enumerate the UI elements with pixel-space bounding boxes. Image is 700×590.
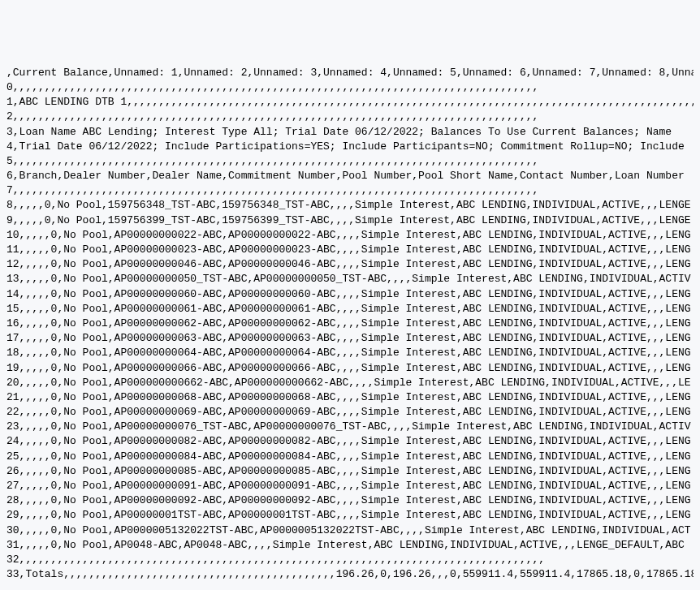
csv-line: 7,,,,,,,,,,,,,,,,,,,,,,,,,,,,,,,,,,,,,,,… <box>6 183 694 198</box>
csv-line: 8,,,,,0,No Pool,159756348_TST-ABC,159756… <box>6 198 694 213</box>
csv-line: ,Current Balance,Unnamed: 1,Unnamed: 2,U… <box>6 66 694 80</box>
csv-line: 17,,,,,0,No Pool,AP00000000063-ABC,AP000… <box>6 331 694 346</box>
csv-line: 29,,,,,0,No Pool,AP00000001TST-ABC,AP000… <box>6 508 694 523</box>
csv-line: 26,,,,,0,No Pool,AP00000000085-ABC,AP000… <box>6 464 694 479</box>
csv-line: 24,,,,,0,No Pool,AP00000000082-ABC,AP000… <box>6 434 694 449</box>
csv-line: 20,,,,,0,No Pool,AP000000000662-ABC,AP00… <box>6 376 694 390</box>
csv-line: 5,,,,,,,,,,,,,,,,,,,,,,,,,,,,,,,,,,,,,,,… <box>6 154 694 169</box>
csv-text-content: ,Current Balance,Unnamed: 1,Unnamed: 2,U… <box>6 66 694 583</box>
csv-line: 19,,,,,0,No Pool,AP00000000066-ABC,AP000… <box>6 361 694 376</box>
csv-line: 2,,,,,,,,,,,,,,,,,,,,,,,,,,,,,,,,,,,,,,,… <box>6 110 694 124</box>
csv-line: 31,,,,,0,No Pool,AP0048-ABC,AP0048-ABC,,… <box>6 538 694 553</box>
csv-line: 33,Totals,,,,,,,,,,,,,,,,,,,,,,,,,,,,,,,… <box>6 567 694 582</box>
csv-line: 10,,,,,0,No Pool,AP00000000022-ABC,AP000… <box>6 228 694 243</box>
csv-line: 4,Trial Date 06/12/2022; Include Partici… <box>6 140 694 154</box>
csv-line: 18,,,,,0,No Pool,AP00000000064-ABC,AP000… <box>6 346 694 360</box>
csv-line: 15,,,,,0,No Pool,AP00000000061-ABC,AP000… <box>6 302 694 317</box>
csv-line: 22,,,,,0,No Pool,AP00000000069-ABC,AP000… <box>6 405 694 420</box>
csv-line: 6,Branch,Dealer Number,Dealer Name,Commi… <box>6 169 694 183</box>
csv-line: 1,ABC LENDING DTB 1,,,,,,,,,,,,,,,,,,,,,… <box>6 95 694 110</box>
csv-line: 28,,,,,0,No Pool,AP00000000092-ABC,AP000… <box>6 493 694 508</box>
csv-line: 11,,,,,0,No Pool,AP00000000023-ABC,AP000… <box>6 243 694 257</box>
csv-line: 23,,,,,0,No Pool,AP00000000076_TST-ABC,A… <box>6 420 694 434</box>
csv-line: 16,,,,,0,No Pool,AP00000000062-ABC,AP000… <box>6 317 694 331</box>
csv-line: 3,Loan Name ABC Lending; Interest Type A… <box>6 125 694 140</box>
csv-line: 25,,,,,0,No Pool,AP00000000084-ABC,AP000… <box>6 450 694 464</box>
csv-line: 27,,,,,0,No Pool,AP00000000091-ABC,AP000… <box>6 479 694 493</box>
csv-line: 32,,,,,,,,,,,,,,,,,,,,,,,,,,,,,,,,,,,,,,… <box>6 553 694 567</box>
csv-line: 13,,,,,0,No Pool,AP00000000050_TST-ABC,A… <box>6 272 694 286</box>
csv-line: 21,,,,,0,No Pool,AP00000000068-ABC,AP000… <box>6 390 694 405</box>
csv-line: 0,,,,,,,,,,,,,,,,,,,,,,,,,,,,,,,,,,,,,,,… <box>6 80 694 95</box>
csv-line: 14,,,,,0,No Pool,AP00000000060-ABC,AP000… <box>6 287 694 302</box>
csv-line: 12,,,,,0,No Pool,AP00000000046-ABC,AP000… <box>6 257 694 272</box>
csv-line: 30,,,,,0,No Pool,AP0000005132022TST-ABC,… <box>6 523 694 538</box>
csv-line: 9,,,,,0,No Pool,159756399_TST-ABC,159756… <box>6 213 694 228</box>
